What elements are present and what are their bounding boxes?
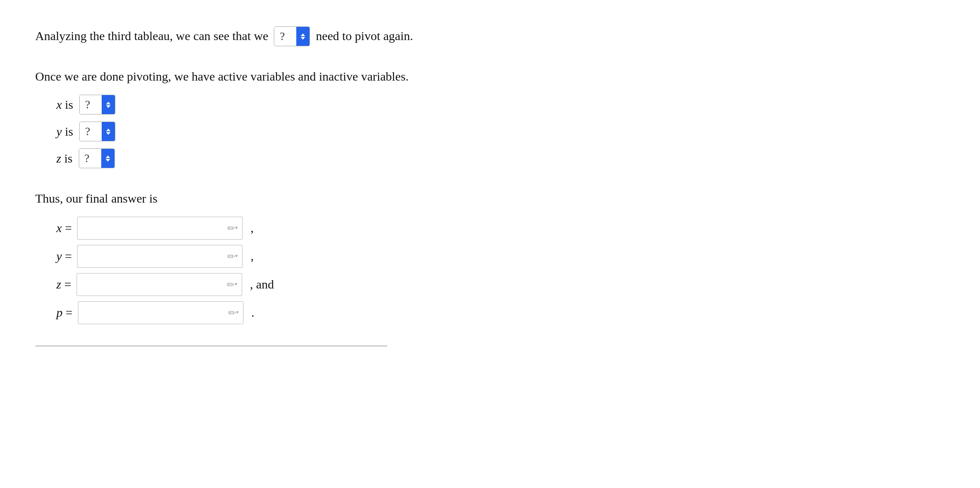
z-select-arrows bbox=[106, 155, 110, 162]
list-item-x: x is ? bbox=[56, 95, 945, 115]
answer-x-italic: x bbox=[56, 221, 62, 235]
answer-x-input[interactable] bbox=[77, 220, 227, 237]
answer-item-p: p = ✏ ▾ . bbox=[56, 301, 945, 324]
answer-p-pencil: ✏ ▾ bbox=[228, 306, 243, 320]
answer-z-input-wrapper[interactable]: ✏ ▾ bbox=[77, 273, 242, 296]
answer-x-pencil: ✏ ▾ bbox=[227, 221, 242, 236]
var-x-label: x is bbox=[56, 96, 73, 114]
answer-p-input[interactable] bbox=[78, 304, 228, 321]
y-select-value: ? bbox=[80, 122, 102, 141]
answer-p-suffix: . bbox=[251, 303, 254, 322]
answer-y-suffix: , bbox=[251, 247, 254, 266]
y-tri-down-icon bbox=[106, 132, 111, 135]
x-select-arrows bbox=[106, 102, 111, 108]
paragraph-1-after: need to pivot again. bbox=[316, 29, 413, 43]
x-tri-up-icon bbox=[106, 102, 111, 104]
answer-x-label: x = bbox=[56, 219, 72, 237]
answer-z-suffix: , and bbox=[250, 275, 274, 294]
paragraph-3: Thus, our final answer is x = ✏ ▾ , y = … bbox=[35, 189, 945, 324]
y-select-arrows bbox=[106, 129, 111, 135]
answer-p-label: p = bbox=[56, 303, 73, 322]
z-select-container[interactable]: ? bbox=[79, 148, 115, 168]
answer-y-italic: y bbox=[56, 249, 62, 263]
paragraph-1-before: Analyzing the third tableau, we can see … bbox=[35, 29, 268, 43]
var-z-italic: z bbox=[56, 152, 61, 165]
paragraph-1: Analyzing the third tableau, we can see … bbox=[35, 26, 945, 46]
bottom-divider bbox=[35, 345, 387, 347]
pencil-z-caret: ▾ bbox=[235, 282, 237, 287]
answer-item-y: y = ✏ ▾ , bbox=[56, 245, 945, 268]
paragraph-2-intro: Once we are done pivoting, we have activ… bbox=[35, 67, 945, 86]
answer-z-pencil: ✏ ▾ bbox=[227, 277, 242, 292]
var-x-italic: x bbox=[56, 98, 62, 111]
pencil-x-symbol: ✏ bbox=[227, 221, 235, 236]
pivot-select-arrows bbox=[301, 33, 305, 40]
answer-p-italic: p bbox=[56, 306, 63, 319]
triangle-up-icon bbox=[301, 33, 305, 36]
answer-y-pencil: ✏ ▾ bbox=[227, 249, 242, 264]
pencil-y-symbol: ✏ bbox=[227, 249, 235, 264]
pencil-y-caret: ▾ bbox=[235, 254, 238, 259]
answer-z-label: z = bbox=[56, 275, 71, 294]
pencil-z-symbol: ✏ bbox=[227, 277, 235, 292]
pencil-p-caret: ▾ bbox=[236, 311, 239, 315]
y-select-container[interactable]: ? bbox=[79, 122, 115, 141]
var-y-italic: y bbox=[56, 125, 62, 138]
paragraph-3-intro: Thus, our final answer is bbox=[35, 189, 945, 208]
x-select-value: ? bbox=[80, 95, 102, 114]
z-tri-up-icon bbox=[106, 155, 110, 158]
answer-x-input-wrapper[interactable]: ✏ ▾ bbox=[77, 217, 243, 240]
paragraph-2: Once we are done pivoting, we have activ… bbox=[35, 67, 945, 168]
answer-z-input[interactable] bbox=[77, 276, 227, 293]
answer-item-x: x = ✏ ▾ , bbox=[56, 217, 945, 240]
y-select-button[interactable] bbox=[102, 122, 115, 141]
z-select-value: ? bbox=[79, 149, 101, 168]
x-select-button[interactable] bbox=[102, 95, 115, 114]
answer-item-z: z = ✏ ▾ , and bbox=[56, 273, 945, 296]
answer-x-suffix: , bbox=[251, 219, 254, 237]
pivot-select-value: ? bbox=[274, 27, 296, 46]
pencil-p-symbol: ✏ bbox=[228, 306, 236, 320]
pivot-select-container[interactable]: ? bbox=[274, 26, 310, 46]
var-y-label: y is bbox=[56, 122, 73, 141]
z-tri-down-icon bbox=[106, 159, 110, 162]
answer-list: x = ✏ ▾ , y = ✏ ▾ , z = bbox=[56, 217, 945, 324]
answer-y-input-wrapper[interactable]: ✏ ▾ bbox=[77, 245, 243, 268]
var-z-label: z is bbox=[56, 149, 73, 168]
x-select-container[interactable]: ? bbox=[79, 95, 115, 115]
triangle-down-icon bbox=[301, 37, 305, 40]
z-select-button[interactable] bbox=[101, 149, 114, 168]
variable-list: x is ? y is ? bbox=[56, 95, 945, 168]
pivot-select-button[interactable] bbox=[296, 27, 309, 46]
list-item-z: z is ? bbox=[56, 148, 945, 168]
list-item-y: y is ? bbox=[56, 122, 945, 141]
answer-y-input[interactable] bbox=[77, 248, 227, 265]
y-tri-up-icon bbox=[106, 129, 111, 131]
answer-y-label: y = bbox=[56, 247, 72, 266]
x-tri-down-icon bbox=[106, 105, 111, 108]
answer-z-italic: z bbox=[56, 277, 61, 291]
pencil-x-caret: ▾ bbox=[235, 226, 238, 230]
answer-p-input-wrapper[interactable]: ✏ ▾ bbox=[78, 301, 243, 324]
